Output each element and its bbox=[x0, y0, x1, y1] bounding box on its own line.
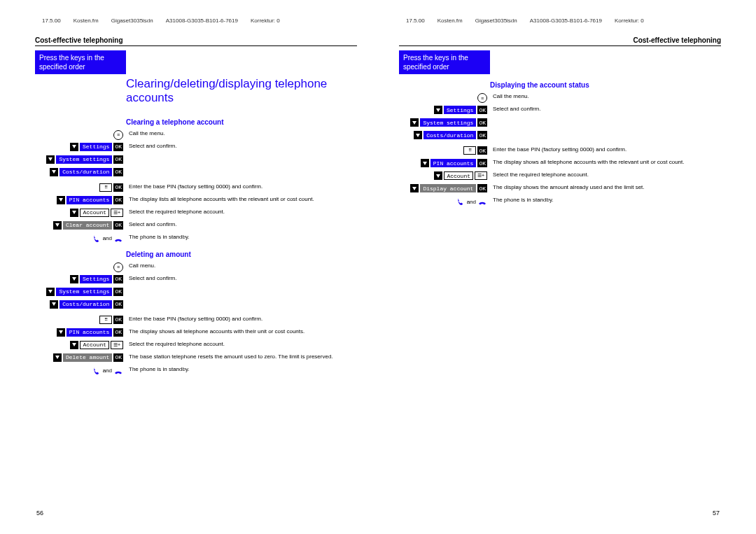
clearing-steps: ≡Call the menu. SettingsOKSelect and con… bbox=[35, 130, 357, 244]
handset-down-icon bbox=[113, 366, 123, 376]
down-icon bbox=[70, 209, 78, 217]
menu-icon: ≡ bbox=[477, 93, 487, 103]
page-57: 17.5.00 Kosten.fm Gigaset3035isdn A31008… bbox=[392, 14, 728, 520]
displaying-steps: ≡Call the menu. SettingsOKSelect and con… bbox=[399, 93, 721, 206]
sub-displaying: Displaying the account status bbox=[490, 81, 721, 89]
chapter-title: Clearing/deleting/displaying telephone a… bbox=[126, 77, 357, 106]
down-icon bbox=[57, 328, 65, 337]
down-icon bbox=[46, 155, 55, 164]
handset-down-icon bbox=[113, 234, 123, 244]
handset-up-icon bbox=[92, 366, 102, 376]
section-heading: Cost-effective telephoning bbox=[399, 36, 721, 46]
header-meta: 17.5.00 Kosten.fm Gigaset3035isdn A31008… bbox=[35, 17, 357, 24]
down-icon bbox=[70, 341, 78, 349]
sub-clearing: Clearing a telephone account bbox=[126, 118, 357, 126]
sub-deleting: Deleting an amount bbox=[126, 251, 357, 258]
page-56: 17.5.00 Kosten.fm Gigaset3035isdn A31008… bbox=[28, 14, 364, 520]
down-icon bbox=[57, 196, 65, 204]
page-number: 56 bbox=[36, 510, 43, 517]
down-icon bbox=[421, 159, 429, 167]
page-number: 57 bbox=[713, 510, 720, 517]
down-icon bbox=[50, 168, 58, 176]
handset-up-icon bbox=[456, 197, 465, 206]
down-icon bbox=[434, 171, 442, 180]
section-heading: Cost-effective telephoning bbox=[35, 36, 357, 46]
down-icon bbox=[53, 353, 62, 362]
down-icon bbox=[410, 184, 419, 192]
down-icon bbox=[70, 143, 78, 151]
handset-down-icon bbox=[477, 197, 487, 206]
down-icon bbox=[70, 275, 78, 283]
down-icon bbox=[46, 288, 55, 296]
list-icon: ☰+ bbox=[111, 341, 123, 349]
deleting-steps: ≡Call menu. SettingsOKSelect and confirm… bbox=[35, 262, 357, 376]
down-icon bbox=[410, 118, 419, 127]
instruction-bar: Press the keys in the specified order bbox=[399, 50, 490, 74]
keypad-icon: ⠿ bbox=[463, 146, 476, 155]
menu-icon: ≡ bbox=[113, 130, 123, 140]
instruction-bar: Press the keys in the specified order bbox=[35, 50, 126, 74]
list-icon: ☰+ bbox=[111, 209, 123, 217]
keypad-icon: ⠿ bbox=[99, 183, 112, 192]
keypad-icon: ⠿ bbox=[99, 316, 112, 324]
list-icon: ☰+ bbox=[475, 171, 487, 180]
handset-up-icon bbox=[92, 234, 102, 244]
down-icon bbox=[50, 300, 58, 309]
down-icon bbox=[414, 131, 422, 139]
down-icon bbox=[53, 221, 62, 230]
down-icon bbox=[434, 106, 442, 114]
menu-icon: ≡ bbox=[113, 262, 123, 272]
header-meta: 17.5.00 Kosten.fm Gigaset3035isdn A31008… bbox=[399, 17, 721, 24]
